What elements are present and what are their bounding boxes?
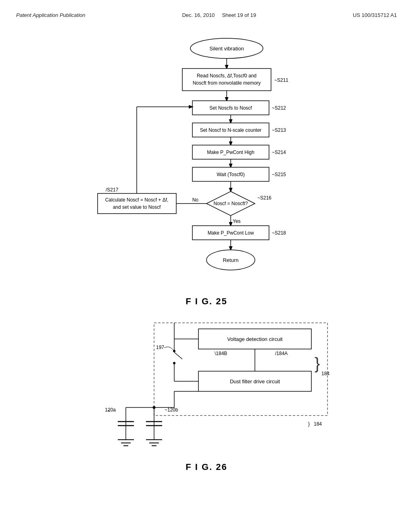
svg-text:~S218: ~S218 — [272, 230, 286, 236]
svg-text:~S211: ~S211 — [274, 77, 288, 83]
header-center: Dec. 16, 2010 Sheet 19 of 19 — [182, 12, 256, 18]
svg-rect-3 — [182, 69, 271, 91]
header-sheet: Sheet 19 of 19 — [222, 12, 256, 18]
svg-text:Read Noscfs, Δf,Toscf0 and: Read Noscfs, Δf,Toscf0 and — [197, 73, 257, 79]
svg-text:Noscft from nonvolatile memory: Noscft from nonvolatile memory — [193, 80, 261, 86]
svg-text:~: ~ — [107, 408, 110, 414]
svg-text:Noscf = Noscft?: Noscf = Noscft? — [213, 201, 248, 206]
header-left: Patent Application Publication — [16, 12, 86, 18]
page: Patent Application Publication Dec. 16, … — [0, 0, 413, 532]
svg-text:Yes: Yes — [233, 218, 241, 224]
svg-text:/184A: /184A — [275, 351, 288, 356]
svg-text:}: } — [308, 421, 310, 427]
svg-text:184: 184 — [321, 371, 330, 376]
svg-text:~120b: ~120b — [165, 407, 178, 413]
svg-text:Make P_PwCont Low: Make P_PwCont Low — [208, 230, 254, 236]
page-header: Patent Application Publication Dec. 16, … — [16, 8, 397, 26]
svg-text:~S213: ~S213 — [272, 127, 286, 133]
svg-text:120a: 120a — [105, 407, 116, 413]
svg-text:Calculate Noscf = Noscf + Δf,: Calculate Noscf = Noscf + Δf, — [105, 197, 169, 203]
svg-text:184: 184 — [314, 421, 322, 427]
svg-text:~S216: ~S216 — [257, 195, 271, 201]
svg-text:}: } — [315, 355, 320, 372]
svg-text:Set Noscf to N-scale counter: Set Noscf to N-scale counter — [200, 127, 262, 133]
svg-text:/S217: /S217 — [106, 187, 119, 193]
svg-text:and set value to Noscf: and set value to Noscf — [113, 204, 161, 210]
fig26-container: Voltage detection circuit \184B /184A Du… — [69, 319, 344, 472]
header-right: US 100/315712 A1 — [353, 12, 397, 18]
svg-text:No: No — [192, 197, 199, 203]
svg-text:Make P_PwCont High: Make P_PwCont High — [207, 150, 254, 155]
svg-text:Voltage detection circuit: Voltage detection circuit — [227, 336, 283, 342]
svg-text:Dust filter drive circuit: Dust filter drive circuit — [230, 378, 280, 384]
svg-text:197: 197 — [156, 345, 164, 350]
svg-text:Wait (Toscf0): Wait (Toscf0) — [217, 172, 245, 177]
fig25-label: F I G. 25 — [69, 296, 344, 307]
fig26-label: F I G. 26 — [69, 462, 344, 472]
svg-rect-29 — [98, 193, 176, 214]
header-date: Dec. 16, 2010 — [182, 12, 215, 18]
svg-point-82 — [153, 406, 156, 409]
svg-text:~S214: ~S214 — [272, 150, 286, 155]
svg-text:Return: Return — [223, 257, 238, 263]
fig26-svg: Voltage detection circuit \184B /184A Du… — [73, 319, 340, 456]
svg-text:~S212: ~S212 — [272, 105, 286, 111]
fig25-container: Silent vibration Read Noscfs, Δf,Toscf0 … — [69, 34, 344, 307]
svg-text:Silent vibration: Silent vibration — [209, 46, 244, 52]
svg-text:Set Noscfs to Noscf: Set Noscfs to Noscf — [209, 105, 252, 111]
fig25-svg: Silent vibration Read Noscfs, Δf,Toscf0 … — [73, 34, 340, 292]
svg-text:~S215: ~S215 — [272, 172, 286, 177]
svg-text:\184B: \184B — [215, 351, 227, 356]
